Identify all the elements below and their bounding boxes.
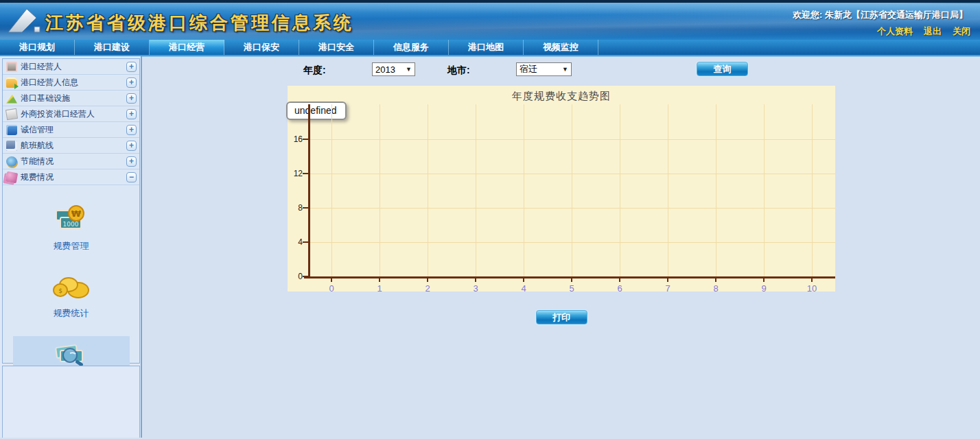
x-tick-mark [763, 278, 765, 282]
query-button[interactable]: 查询 [697, 62, 748, 76]
x-tick-label: 7 [661, 283, 675, 294]
x-tick-label: 1 [373, 283, 386, 294]
grid-line-vertical [331, 104, 332, 276]
page-body: 港口经营人 + 港口经营人信息 + 港口基础设施 + 外商投资港口经营人 + 诚… [0, 56, 980, 438]
x-tick-label: 8 [709, 283, 723, 294]
sidebar-item-label: 节能情况 [21, 156, 123, 167]
x-tick-mark [379, 278, 380, 282]
credit-icon [6, 125, 17, 135]
main-content: 年度: 2013 ▼ 地市: 宿迁 ▼ 查询 年度规费收支趋势图 undefin… [142, 56, 980, 438]
chevron-down-icon: ▼ [406, 66, 412, 73]
grid-line-horizontal [310, 242, 835, 243]
x-tick-label: 9 [757, 283, 771, 294]
grid-line-vertical [476, 104, 476, 276]
city-select[interactable]: 宿迁 ▼ [516, 62, 572, 76]
chart-title: 年度规费收支趋势图 [288, 90, 835, 103]
x-tick-mark [667, 278, 668, 282]
sidebar-item-fees[interactable]: 规费情况 − [3, 169, 139, 185]
tab-port-construction[interactable]: 港口建设 [75, 40, 150, 55]
collapse-button[interactable]: − [126, 172, 137, 182]
year-select-value: 2013 [375, 64, 395, 75]
banknote-magnifier-icon [52, 341, 91, 367]
expand-button[interactable]: + [126, 78, 137, 88]
tab-video-monitor[interactable]: 视频监控 [524, 40, 598, 55]
grid-line-vertical [812, 104, 813, 276]
grid-line-horizontal [310, 174, 835, 174]
close-link[interactable]: 关闭 [953, 25, 970, 38]
sidebar-item-label: 港口基础设施 [21, 93, 123, 104]
main-nav: 港口规划 港口建设 港口经营 港口保安 港口安全 信息服务 港口地图 视频监控 [0, 40, 980, 56]
y-tick-mark [303, 139, 308, 140]
infrastructure-icon [6, 93, 17, 104]
shortcut-fee-statistics[interactable]: $ 规费统计 [13, 269, 130, 325]
expand-button[interactable]: + [126, 62, 137, 72]
nav-filler [598, 40, 980, 55]
sidebar-item-credit-management[interactable]: 诚信管理 + [3, 122, 139, 138]
profile-link[interactable]: 个人资料 [877, 25, 913, 38]
x-tick-label: 6 [613, 283, 627, 294]
grid-line-vertical [716, 104, 716, 276]
app-title: 江苏省省级港口综合管理信息系统 [45, 11, 354, 35]
grid-line-vertical [668, 104, 668, 276]
shortcut-label: 规费管理 [54, 240, 89, 252]
header: 江苏省省级港口综合管理信息系统 欢迎您: 朱新龙【江苏省交通运输厅港口局】 个人… [0, 0, 980, 40]
sidebar-item-energy-saving[interactable]: 节能情况 + [3, 154, 139, 169]
expand-button[interactable]: + [126, 125, 137, 135]
sidebar: 港口经营人 + 港口经营人信息 + 港口基础设施 + 外商投资港口经营人 + 诚… [0, 56, 142, 438]
x-tick-label: 3 [469, 283, 482, 294]
route-icon [6, 141, 17, 151]
coin-banknote-icon: 1000 ₩ [54, 205, 89, 233]
x-tick-label: 0 [325, 283, 338, 294]
sidebar-item-infrastructure[interactable]: 港口基础设施 + [3, 91, 139, 106]
sidebar-item-flight-routes[interactable]: 航班航线 + [3, 138, 139, 154]
sidebar-item-foreign-investment[interactable]: 外商投资港口经营人 + [3, 106, 139, 122]
photo-icon [6, 62, 17, 72]
x-tick-mark [811, 278, 813, 282]
x-tick-mark [523, 278, 524, 282]
x-tick-mark [331, 278, 332, 282]
tab-info-service[interactable]: 信息服务 [374, 40, 449, 55]
grid-line-vertical [572, 104, 572, 276]
y-tick-mark [303, 276, 308, 277]
expand-button[interactable]: + [126, 93, 137, 104]
y-tick-mark [303, 207, 308, 209]
sidebar-item-port-operator[interactable]: 港口经营人 + [3, 59, 139, 75]
tab-port-operation[interactable]: 港口经营 [150, 40, 224, 55]
city-label: 地市: [447, 64, 470, 77]
expand-button[interactable]: + [126, 141, 137, 151]
gold-coins-icon: $ [52, 274, 91, 300]
year-select[interactable]: 2013 ▼ [372, 62, 415, 76]
sidebar-lower-panel [2, 366, 140, 438]
sidebar-item-label: 港口经营人信息 [21, 77, 123, 88]
expand-button[interactable]: + [126, 156, 137, 167]
logout-link[interactable]: 退出 [924, 25, 942, 38]
tab-port-safety[interactable]: 港口安全 [299, 40, 374, 55]
welcome-text: 欢迎您: 朱新龙【江苏省交通运输厅港口局】 [793, 9, 968, 21]
x-tick-mark [715, 278, 716, 282]
city-select-value: 宿迁 [520, 63, 537, 75]
grid-line-vertical [380, 104, 380, 276]
sidebar-panel: 港口经营人 + 港口经营人信息 + 港口基础设施 + 外商投资港口经营人 + 诚… [2, 58, 140, 364]
sidebar-item-operator-info[interactable]: 港口经营人信息 + [3, 75, 139, 91]
tab-port-security[interactable]: 港口保安 [224, 40, 299, 55]
print-row: 打印 [288, 310, 835, 324]
sidebar-item-label: 航班航线 [21, 140, 123, 152]
x-tick-mark [571, 278, 572, 282]
y-tick-label: 12 [288, 169, 303, 178]
sidebar-item-label: 诚信管理 [21, 124, 123, 136]
shortcut-fee-management[interactable]: 1000 ₩ 规费管理 [13, 200, 130, 258]
expand-button[interactable]: + [126, 109, 137, 119]
y-tick-mark [303, 173, 308, 174]
x-axis [304, 276, 835, 278]
trend-chart: 年度规费收支趋势图 undefined 0123456789100481216 [288, 86, 835, 292]
print-button[interactable]: 打印 [536, 310, 587, 324]
svg-text:₩: ₩ [71, 209, 81, 219]
tab-port-planning[interactable]: 港口规划 [0, 40, 75, 55]
tab-port-map[interactable]: 港口地图 [449, 40, 524, 55]
chevron-down-icon: ▼ [562, 66, 568, 73]
x-tick-label: 4 [517, 283, 530, 294]
shortcut-label: 规费统计 [54, 307, 89, 320]
y-tick-label: 0 [288, 272, 303, 281]
header-links: 个人资料 退出 关闭 [877, 25, 970, 38]
y-tick-label: 4 [288, 237, 303, 247]
